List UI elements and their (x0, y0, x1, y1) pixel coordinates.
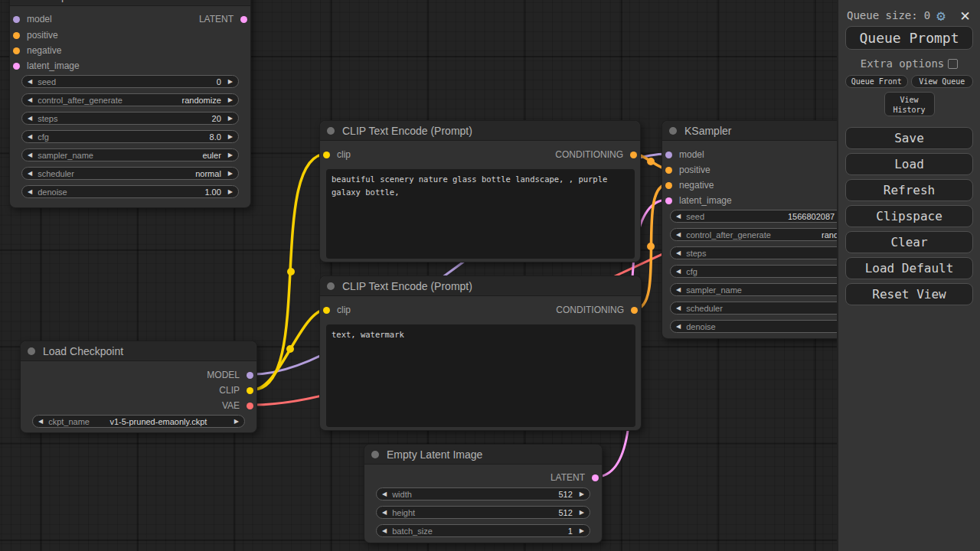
widget-batch-size[interactable]: ◀batch_size1▶ (376, 524, 590, 537)
prompt-textarea[interactable]: text, watermark (326, 324, 635, 427)
input-port-latent-image[interactable]: latent_image (13, 59, 80, 73)
node-title-bar[interactable]: CLIP Text Encode (Prompt) (320, 276, 641, 296)
output-port-latent[interactable]: LATENT (199, 12, 247, 26)
increment-arrow-icon[interactable]: ▶ (223, 149, 238, 161)
node-load-checkpoint[interactable]: Load Checkpoint MODEL CLIP VAE ◀ckpt_nam… (20, 341, 257, 433)
decrement-arrow-icon[interactable]: ◀ (671, 266, 686, 277)
input-port-model[interactable]: model (665, 148, 704, 161)
port-dot-conditioning[interactable] (13, 32, 20, 39)
save-button[interactable]: Save (845, 127, 973, 149)
collapse-dot[interactable] (669, 127, 677, 135)
port-dot-clip[interactable] (323, 307, 330, 314)
decrement-arrow-icon[interactable]: ◀ (22, 149, 38, 161)
output-port-latent[interactable]: LATENT (550, 471, 599, 484)
collapse-dot[interactable] (327, 282, 335, 290)
clear-button[interactable]: Clear (845, 231, 973, 253)
increment-arrow-icon[interactable]: ▶ (223, 131, 238, 142)
clipspace-button[interactable]: Clipspace (845, 205, 973, 227)
port-dot-conditioning[interactable] (665, 182, 672, 189)
reset-view-button[interactable]: Reset View (845, 283, 973, 305)
decrement-arrow-icon[interactable]: ◀ (22, 112, 38, 124)
prompt-textarea[interactable]: beautiful scenery nature glass bottle la… (326, 169, 635, 259)
widget-sampler-name[interactable]: ◀sampler_nameeuler▶ (21, 148, 239, 161)
decrement-arrow-icon[interactable]: ◀ (671, 321, 686, 332)
increment-arrow-icon[interactable]: ▶ (229, 416, 244, 427)
widget-seed[interactable]: ◀seed0▶ (21, 75, 239, 88)
decrement-arrow-icon[interactable]: ◀ (22, 94, 38, 106)
node-title-bar[interactable]: CLIP Text Encode (Prompt) (320, 121, 640, 141)
port-dot-clip[interactable] (323, 152, 330, 158)
queue-front-button[interactable]: Queue Front (845, 75, 908, 88)
node-title-bar[interactable]: Load Checkpoint (21, 341, 256, 361)
widget-control-after-generate[interactable]: ◀control_after_generaterandomize▶ (21, 93, 239, 106)
input-port-clip[interactable]: clip (323, 303, 351, 317)
input-port-clip[interactable]: clip (323, 148, 351, 161)
refresh-button[interactable]: Refresh (845, 179, 973, 201)
increment-arrow-icon[interactable]: ▶ (223, 76, 238, 87)
view-history-button[interactable]: View History (884, 92, 935, 116)
decrement-arrow-icon[interactable]: ◀ (22, 131, 38, 142)
collapse-dot[interactable] (327, 127, 335, 135)
output-port-vae[interactable]: VAE (222, 399, 253, 412)
increment-arrow-icon[interactable]: ▶ (574, 507, 590, 518)
node-title-bar[interactable]: Empty Latent Image (364, 445, 602, 465)
port-dot-conditioning[interactable] (665, 167, 672, 174)
view-queue-button[interactable]: View Queue (911, 75, 974, 88)
close-icon[interactable]: ✕ (960, 9, 970, 21)
port-dot-conditioning[interactable] (631, 307, 638, 314)
collapse-dot[interactable] (371, 451, 379, 458)
input-port-negative[interactable]: negative (665, 178, 714, 192)
node-title-bar[interactable]: KSampler (10, 0, 250, 6)
node-ksampler-topleft[interactable]: KSampler model positive negative latent_… (9, 0, 251, 208)
port-dot-latent[interactable] (13, 63, 20, 70)
port-dot-vae[interactable] (247, 403, 253, 409)
widget-scheduler[interactable]: ◀schedulernormal▶ (21, 167, 239, 180)
port-dot-clip[interactable] (247, 387, 253, 394)
widget-ckpt-name[interactable]: ◀ckpt_namev1-5-pruned-emaonly.ckpt▶ (32, 415, 245, 428)
decrement-arrow-icon[interactable]: ◀ (671, 229, 686, 240)
port-dot-latent[interactable] (665, 197, 672, 204)
decrement-arrow-icon[interactable]: ◀ (377, 507, 392, 518)
decrement-arrow-icon[interactable]: ◀ (377, 488, 392, 500)
input-port-positive[interactable]: positive (665, 163, 710, 177)
decrement-arrow-icon[interactable]: ◀ (22, 186, 38, 197)
node-clip-text-encode-negative[interactable]: CLIP Text Encode (Prompt) clip CONDITION… (319, 276, 642, 431)
load-default-button[interactable]: Load Default (845, 257, 973, 279)
increment-arrow-icon[interactable]: ▶ (223, 168, 238, 179)
port-dot-model[interactable] (13, 16, 20, 23)
extra-options-checkbox[interactable] (948, 59, 958, 69)
output-port-conditioning[interactable]: CONDITIONING (555, 148, 637, 161)
widget-denoise[interactable]: ◀denoise1.00▶ (21, 185, 239, 198)
widget-height[interactable]: ◀height512▶ (376, 506, 590, 519)
port-dot-conditioning[interactable] (630, 152, 637, 158)
port-dot-model[interactable] (247, 372, 253, 379)
port-dot-latent[interactable] (592, 474, 599, 481)
decrement-arrow-icon[interactable]: ◀ (33, 416, 48, 427)
increment-arrow-icon[interactable]: ▶ (574, 488, 590, 500)
output-port-conditioning[interactable]: CONDITIONING (556, 303, 638, 317)
collapse-dot[interactable] (28, 347, 35, 355)
widget-steps[interactable]: ◀steps20▶ (21, 112, 239, 125)
port-dot-conditioning[interactable] (13, 47, 20, 54)
decrement-arrow-icon[interactable]: ◀ (22, 168, 38, 179)
widget-cfg[interactable]: ◀cfg8.0▶ (21, 130, 239, 143)
decrement-arrow-icon[interactable]: ◀ (377, 525, 392, 536)
decrement-arrow-icon[interactable]: ◀ (671, 210, 686, 222)
input-port-model[interactable]: model (13, 12, 52, 26)
increment-arrow-icon[interactable]: ▶ (574, 525, 590, 536)
decrement-arrow-icon[interactable]: ◀ (22, 76, 38, 87)
load-button[interactable]: Load (845, 153, 973, 175)
input-port-latent-image[interactable]: latent_image (665, 194, 732, 207)
port-dot-model[interactable] (665, 152, 672, 158)
output-port-model[interactable]: MODEL (207, 368, 253, 382)
port-dot-latent[interactable] (240, 16, 247, 23)
widget-width[interactable]: ◀width512▶ (376, 487, 590, 500)
increment-arrow-icon[interactable]: ▶ (223, 186, 238, 197)
output-port-clip[interactable]: CLIP (219, 383, 253, 397)
increment-arrow-icon[interactable]: ▶ (223, 94, 238, 106)
input-port-negative[interactable]: negative (13, 44, 61, 57)
decrement-arrow-icon[interactable]: ◀ (671, 284, 686, 295)
queue-prompt-button[interactable]: Queue Prompt (845, 26, 973, 50)
increment-arrow-icon[interactable]: ▶ (223, 112, 238, 124)
decrement-arrow-icon[interactable]: ◀ (671, 302, 686, 314)
